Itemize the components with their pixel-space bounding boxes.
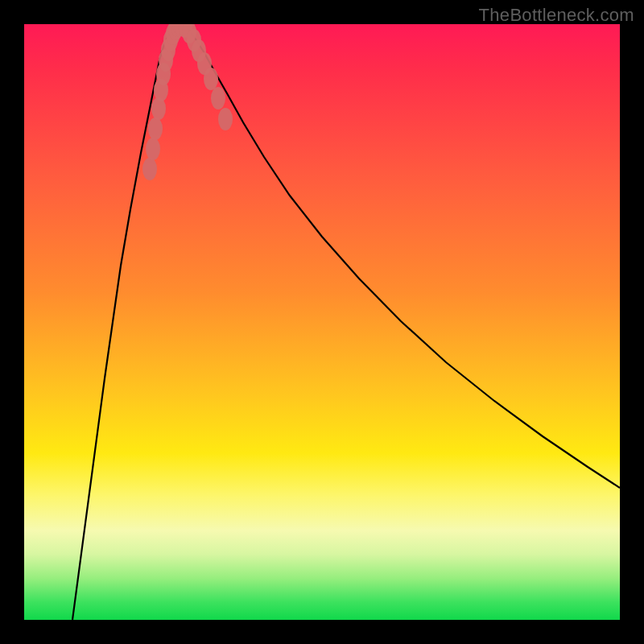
marker-point: [172, 24, 187, 35]
marker-point: [146, 138, 160, 160]
marker-point: [171, 24, 185, 37]
curve-layer: [24, 24, 620, 620]
marker-point: [142, 158, 157, 180]
marker-point: [197, 52, 212, 75]
marker-point: [159, 49, 173, 72]
curve-left-branch: [72, 24, 180, 620]
marker-point: [148, 118, 163, 140]
marker-point: [154, 79, 168, 101]
watermark-text: TheBottleneck.com: [479, 5, 634, 26]
marker-point: [151, 97, 166, 120]
curve-right-branch: [180, 24, 620, 488]
marker-point: [218, 108, 233, 130]
marker-point: [174, 24, 188, 35]
marker-point: [192, 39, 206, 62]
marker-point: [182, 24, 196, 43]
chart-frame: TheBottleneck.com: [0, 0, 644, 644]
marker-point: [163, 29, 178, 52]
marker-point: [156, 63, 171, 85]
marker-point: [166, 24, 180, 45]
marker-point: [211, 87, 225, 109]
marker-point: [178, 24, 192, 38]
marker-point: [187, 29, 201, 52]
marker-point: [161, 39, 175, 61]
marker-point: [168, 24, 183, 40]
plot-area: [24, 24, 620, 620]
marker-point: [204, 68, 218, 90]
